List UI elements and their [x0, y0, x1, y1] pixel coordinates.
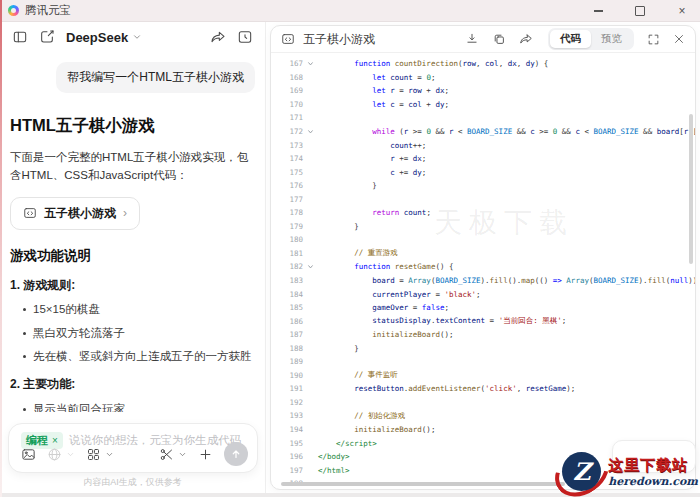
- code-line: 187 initializeBoard();: [279, 328, 695, 342]
- answer-sections: 1. 游戏规则:15×15的棋盘黑白双方轮流落子先在横、竖或斜方向上连成五子的一…: [10, 277, 255, 412]
- ai-disclaimer: 内容由AI生成，仅供参考: [0, 476, 265, 489]
- sidebar-toggle-icon[interactable]: [12, 29, 28, 45]
- window-title: 腾讯元宝: [25, 3, 71, 18]
- minimize-button[interactable]: [590, 3, 606, 19]
- horizontal-scrollbar-thumb[interactable]: [281, 482, 565, 486]
- chat-panel: DeepSeek 帮我编写一个HTML五子棋小游戏 HTML五子棋小游戏 下面是…: [0, 22, 266, 497]
- heredown-site-url: heredown.com: [608, 475, 698, 488]
- code-line: 183 board = Array(BOARD_SIZE).fill().map…: [279, 274, 695, 288]
- panel-close-icon[interactable]: [673, 33, 685, 45]
- code-window-icon: [23, 206, 37, 220]
- tab-preview[interactable]: 预览: [591, 30, 632, 48]
- chevron-down-icon[interactable]: [66, 450, 75, 459]
- code-line: 182 function resetGame() {: [279, 260, 695, 274]
- model-name: DeepSeek: [66, 30, 128, 45]
- code-line: 176 }: [279, 179, 695, 193]
- code-line: 186 statusDisplay.textContent = '当前回合: 黑…: [279, 314, 695, 328]
- code-line: 170 let c = col + dy;: [279, 98, 695, 112]
- app-window: 腾讯元宝 × DeepSeek 帮我编写一个HTML五子棋小游戏 HTML五子棋…: [0, 0, 700, 497]
- code-line: 179 }: [279, 220, 695, 234]
- code-line: 180: [279, 233, 695, 247]
- code-line: 181 // 重置游戏: [279, 247, 695, 261]
- composer[interactable]: 编程 × 说说你的想法，元宝为你生成代码: [8, 423, 258, 473]
- code-line: 173 count++;: [279, 138, 695, 152]
- copy-icon[interactable]: [492, 32, 506, 46]
- skills-grid-icon[interactable]: [86, 447, 101, 462]
- code-line: 189: [279, 355, 695, 369]
- maximize-button[interactable]: [632, 3, 648, 19]
- code-line: 169 let r = row + dx;: [279, 84, 695, 98]
- chevron-down-icon[interactable]: [105, 450, 114, 459]
- code-line: 188 }: [279, 341, 695, 355]
- add-attachment-icon[interactable]: [198, 447, 213, 462]
- bullet-item: 先在横、竖或斜方向上连成五子的一方获胜: [10, 349, 255, 364]
- code-line: 174 r += dx;: [279, 152, 695, 166]
- chevron-right-icon: ›: [123, 207, 127, 219]
- window-left-border: [0, 0, 2, 497]
- section-heading: 1. 游戏规则:: [10, 277, 255, 294]
- history-icon[interactable]: [237, 29, 253, 45]
- code-panel-title: 五子棋小游戏: [303, 31, 375, 48]
- chat-thread: 帮我编写一个HTML五子棋小游戏 HTML五子棋小游戏 下面是一个完整的HTML…: [0, 52, 265, 412]
- code-line: 175 c += dy;: [279, 165, 695, 179]
- features-heading: 游戏功能说明: [10, 247, 255, 265]
- code-line: 172 while (r >= 0 && r < BOARD_SIZE && c…: [279, 125, 695, 139]
- heredown-logo-icon: Z: [557, 449, 607, 495]
- code-line: 190 // 事件监听: [279, 369, 695, 383]
- send-button[interactable]: [224, 442, 248, 466]
- code-line: 193 // 初始化游戏: [279, 409, 695, 423]
- yuanbao-logo: [8, 5, 19, 16]
- web-search-icon[interactable]: [47, 447, 62, 462]
- chat-header: DeepSeek: [0, 22, 265, 52]
- fold-chevron-icon[interactable]: [303, 60, 318, 67]
- titlebar: 腾讯元宝 ×: [0, 0, 700, 22]
- code-line: 192: [279, 396, 695, 410]
- code-line: 171: [279, 111, 695, 125]
- vertical-scrollbar-thumb[interactable]: [689, 114, 693, 264]
- code-line: 177: [279, 192, 695, 206]
- heredown-badge: Z 这里下载站 heredown.com: [557, 449, 698, 495]
- model-selector[interactable]: DeepSeek: [66, 30, 142, 45]
- artifact-label: 五子棋小游戏: [44, 205, 116, 222]
- code-line: 184 currentPlayer = 'black';: [279, 287, 695, 301]
- code-editor[interactable]: 167 function countDirection(row, col, dx…: [271, 54, 695, 489]
- chevron-down-icon: [132, 32, 142, 42]
- code-line: 194 initializeBoard();: [279, 423, 695, 437]
- code-panel: 五子棋小游戏 代码 预览 167 function countDirection…: [270, 25, 696, 490]
- clip-tools-icon[interactable]: [159, 447, 174, 462]
- fold-chevron-icon[interactable]: [303, 128, 318, 135]
- heredown-site-name: 这里下载站: [608, 456, 698, 475]
- new-chat-icon[interactable]: [39, 29, 55, 45]
- share-icon[interactable]: [519, 32, 533, 46]
- bullet-item: 黑白双方轮流落子: [10, 326, 255, 341]
- code-panel-header: 五子棋小游戏 代码 预览: [271, 26, 695, 53]
- section-heading: 2. 主要功能:: [10, 376, 255, 393]
- artifact-card[interactable]: 五子棋小游戏 ›: [10, 197, 140, 230]
- image-upload-icon[interactable]: [21, 447, 36, 462]
- download-icon[interactable]: [465, 32, 479, 46]
- share-icon[interactable]: [210, 29, 226, 45]
- code-line: 168 let count = 0;: [279, 71, 695, 85]
- fold-chevron-icon[interactable]: [303, 263, 318, 270]
- code-window-icon: [281, 32, 295, 46]
- user-message: 帮我编写一个HTML五子棋小游戏: [56, 62, 255, 93]
- code-line: 178 return count;: [279, 206, 695, 220]
- chevron-down-icon[interactable]: [178, 450, 187, 459]
- code-line: 167 function countDirection(row, col, dx…: [279, 57, 695, 71]
- window-close-button[interactable]: ×: [674, 3, 690, 19]
- code-lines: 167 function countDirection(row, col, dx…: [279, 57, 695, 489]
- answer-title: HTML五子棋小游戏: [10, 115, 255, 137]
- tab-code[interactable]: 代码: [550, 30, 591, 48]
- code-line: 185 gameOver = false;: [279, 301, 695, 315]
- code-line: 191 resetButton.addEventListener('click'…: [279, 382, 695, 396]
- answer-intro: 下面是一个完整的HTML五子棋小游戏实现，包含HTML、CSS和JavaScri…: [10, 148, 255, 185]
- view-toggle: 代码 预览: [548, 28, 634, 50]
- fullscreen-icon[interactable]: [647, 33, 660, 46]
- bullet-item: 15×15的棋盘: [10, 302, 255, 317]
- bullet-item: 显示当前回合玩家: [10, 402, 255, 412]
